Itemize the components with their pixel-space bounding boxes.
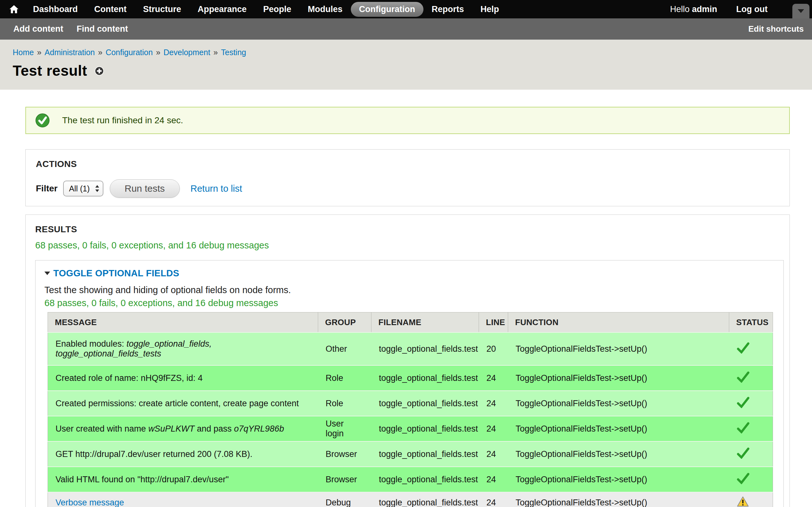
- cell-status: [729, 391, 773, 416]
- status-message: The test run finished in 24 sec.: [26, 107, 790, 134]
- message-text: User created with name: [55, 424, 148, 434]
- cell-group: Role: [318, 391, 371, 416]
- cell-line: 24: [479, 365, 508, 391]
- table-row: Verbose messageDebugtoggle_optional_fiel…: [48, 492, 773, 507]
- cell-filename: toggle_optional_fields.test: [371, 332, 479, 365]
- column-header-function: FUNCTION: [508, 313, 729, 333]
- cell-line: 24: [479, 467, 508, 492]
- cell-function: ToggleOptionalFieldsTest->setUp(): [508, 365, 729, 391]
- cell-function: ToggleOptionalFieldsTest->setUp(): [508, 467, 729, 492]
- logout-link[interactable]: Log out: [736, 4, 768, 14]
- table-row: Enabled modules: toggle_optional_fields,…: [48, 332, 773, 365]
- run-tests-button[interactable]: Run tests: [110, 179, 180, 198]
- cell-status: [729, 441, 773, 467]
- toolbar-item-structure[interactable]: Structure: [135, 2, 189, 17]
- cell-group: Browser: [318, 467, 371, 492]
- table-header-row: MESSAGEGROUPFILENAMELINEFUNCTIONSTATUS: [48, 313, 773, 333]
- status-message-text: The test run finished in 24 sec.: [62, 115, 183, 125]
- actions-panel: ACTIONS Filter All (1) Run tests Return …: [26, 149, 790, 206]
- breadcrumb-link-testing[interactable]: Testing: [221, 48, 246, 57]
- pass-check-icon: [737, 476, 750, 486]
- filter-select[interactable]: All (1): [63, 181, 103, 196]
- message-text: Enabled modules:: [55, 339, 126, 349]
- column-header-filename: FILENAME: [371, 313, 479, 333]
- cell-group: Other: [318, 332, 371, 365]
- pass-check-icon: [737, 400, 750, 410]
- toolbar-account-area: Hello admin Log out: [670, 4, 768, 14]
- select-arrows-icon: [95, 185, 100, 192]
- shortcut-bar: Add contentFind content Edit shortcuts: [0, 18, 812, 40]
- toolbar-item-reports[interactable]: Reports: [423, 2, 472, 17]
- results-heading: RESULTS: [35, 224, 784, 234]
- table-row: GET http://drupal7.dev/user returned 200…: [48, 441, 773, 467]
- message-text: and pass: [194, 424, 234, 434]
- toolbar-item-people[interactable]: People: [255, 2, 300, 17]
- message-text: Created role of name: nHQ9fFZS, id: 4: [55, 373, 203, 383]
- breadcrumb-link-development[interactable]: Development: [164, 48, 210, 57]
- test-group-fieldset: TOGGLE OPTIONAL FIELDS Test the showing …: [35, 260, 784, 507]
- verbose-message-link[interactable]: Verbose message: [55, 498, 124, 507]
- pass-check-icon: [737, 451, 750, 461]
- toolbar-item-configuration[interactable]: Configuration: [351, 2, 423, 17]
- actions-heading: ACTIONS: [36, 159, 780, 169]
- cell-message: Created role of name: nHQ9fFZS, id: 4: [48, 365, 318, 391]
- collapse-triangle-icon: [44, 272, 50, 275]
- shortcut-item-find-content[interactable]: Find content: [77, 24, 128, 34]
- return-to-list-link[interactable]: Return to list: [191, 183, 242, 194]
- main-content: The test run finished in 24 sec. ACTIONS…: [0, 107, 812, 507]
- cell-message: Verbose message: [48, 492, 318, 507]
- breadcrumb-separator: »: [37, 48, 42, 57]
- cell-filename: toggle_optional_fields.test: [371, 467, 479, 492]
- breadcrumb-link-administration[interactable]: Administration: [45, 48, 95, 57]
- cell-status: [729, 332, 773, 365]
- cell-status: [729, 365, 773, 391]
- shortcut-items: Add contentFind content: [0, 24, 128, 34]
- column-header-line: LINE: [479, 313, 508, 333]
- message-text: GET http://drupal7.dev/user returned 200…: [55, 449, 252, 459]
- breadcrumb-separator: »: [213, 48, 218, 57]
- results-table: MESSAGEGROUPFILENAMELINEFUNCTIONSTATUS E…: [48, 312, 773, 507]
- cell-status: [729, 416, 773, 441]
- cell-status: [729, 492, 773, 507]
- toolbar-toggle-button[interactable]: [792, 4, 809, 18]
- cell-line: 24: [479, 416, 508, 441]
- table-row: Created role of name: nHQ9fFZS, id: 4Rol…: [48, 365, 773, 391]
- cell-line: 24: [479, 492, 508, 507]
- page-header: Home»Administration»Configuration»Develo…: [0, 40, 812, 90]
- cell-group: Role: [318, 365, 371, 391]
- toolbar-item-modules[interactable]: Modules: [299, 2, 351, 17]
- cell-function: ToggleOptionalFieldsTest->setUp(): [508, 416, 729, 441]
- message-text: wSuPLKWT: [148, 424, 195, 434]
- cell-filename: toggle_optional_fields.test: [371, 365, 479, 391]
- fieldset-summary: 68 passes, 0 fails, 0 exceptions, and 16…: [44, 298, 778, 308]
- add-shortcut-icon[interactable]: [94, 66, 104, 77]
- table-row: Created permissions: create article cont…: [48, 391, 773, 416]
- fieldset-legend[interactable]: TOGGLE OPTIONAL FIELDS: [44, 268, 778, 279]
- cell-function: ToggleOptionalFieldsTest->setUp(): [508, 391, 729, 416]
- breadcrumb-link-home[interactable]: Home: [13, 48, 34, 57]
- cell-function: ToggleOptionalFieldsTest->setUp(): [508, 441, 729, 467]
- debug-warning-icon: [737, 499, 749, 507]
- shortcut-item-add-content[interactable]: Add content: [13, 24, 63, 34]
- filter-select-value: All (1): [69, 184, 90, 193]
- fieldset-legend-link[interactable]: TOGGLE OPTIONAL FIELDS: [53, 268, 179, 279]
- toolbar-item-content[interactable]: Content: [86, 2, 135, 17]
- cell-function: ToggleOptionalFieldsTest->setUp(): [508, 332, 729, 365]
- cell-filename: toggle_optional_fields.test: [371, 441, 479, 467]
- chevron-down-icon: [798, 9, 804, 13]
- column-header-status: STATUS: [729, 313, 773, 333]
- status-ok-icon: [35, 113, 50, 128]
- toolbar-item-dashboard[interactable]: Dashboard: [25, 2, 86, 17]
- pass-check-icon: [737, 346, 750, 355]
- cell-line: 20: [479, 332, 508, 365]
- edit-shortcuts-link[interactable]: Edit shortcuts: [748, 24, 804, 34]
- toolbar-item-help[interactable]: Help: [472, 2, 507, 17]
- cell-filename: toggle_optional_fields.test: [371, 391, 479, 416]
- cell-line: 24: [479, 391, 508, 416]
- admin-toolbar: DashboardContentStructureAppearancePeopl…: [0, 0, 812, 18]
- cell-line: 24: [479, 441, 508, 467]
- toolbar-item-appearance[interactable]: Appearance: [189, 2, 255, 17]
- cell-group: Browser: [318, 441, 371, 467]
- breadcrumb-link-configuration[interactable]: Configuration: [106, 48, 153, 57]
- home-icon[interactable]: [9, 4, 19, 14]
